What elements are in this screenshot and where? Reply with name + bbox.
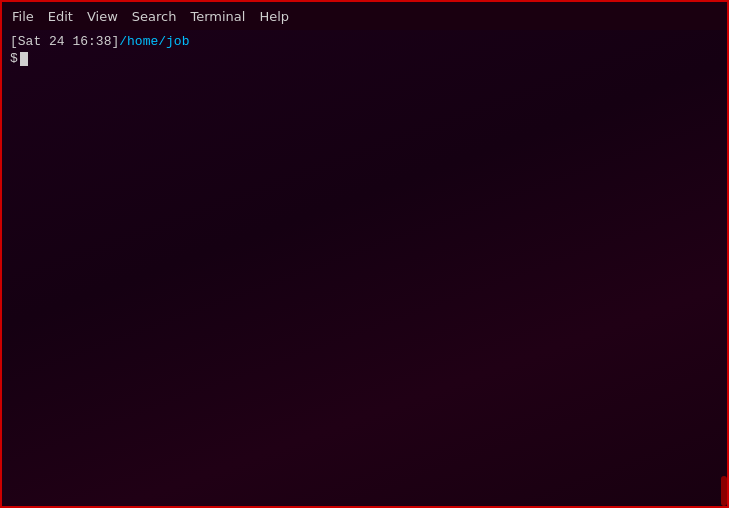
menu-help[interactable]: Help xyxy=(253,7,295,26)
terminal-body[interactable]: [Sat 24 16:38] /home/job $ xyxy=(2,30,727,506)
menu-view[interactable]: View xyxy=(81,7,124,26)
menu-terminal[interactable]: Terminal xyxy=(184,7,251,26)
menu-search[interactable]: Search xyxy=(126,7,183,26)
prompt-dollar: $ xyxy=(10,51,18,66)
prompt-line: [Sat 24 16:38] /home/job xyxy=(10,34,719,49)
menubar: File Edit View Search Terminal Help xyxy=(2,2,727,30)
prompt-time: Sat 24 16:38 xyxy=(18,34,112,49)
menu-edit[interactable]: Edit xyxy=(42,7,79,26)
prompt-dollar-line: $ xyxy=(10,51,719,66)
prompt-path: /home/job xyxy=(119,34,189,49)
prompt-bracket-open: [ xyxy=(10,34,18,49)
prompt-bracket-close: ] xyxy=(111,34,119,49)
cursor xyxy=(20,52,28,66)
menu-file[interactable]: File xyxy=(6,7,40,26)
terminal-window[interactable]: File Edit View Search Terminal Help [Sat… xyxy=(2,2,727,506)
scrollbar[interactable] xyxy=(721,476,727,506)
